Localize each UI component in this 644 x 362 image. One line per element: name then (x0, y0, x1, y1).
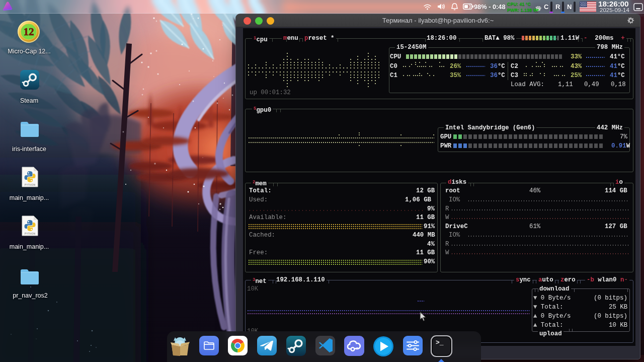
svg-text:12: 12 (24, 26, 34, 38)
svg-text:PYTHON: PYTHON (25, 183, 36, 186)
svg-text:PYTHON: PYTHON (25, 232, 36, 235)
